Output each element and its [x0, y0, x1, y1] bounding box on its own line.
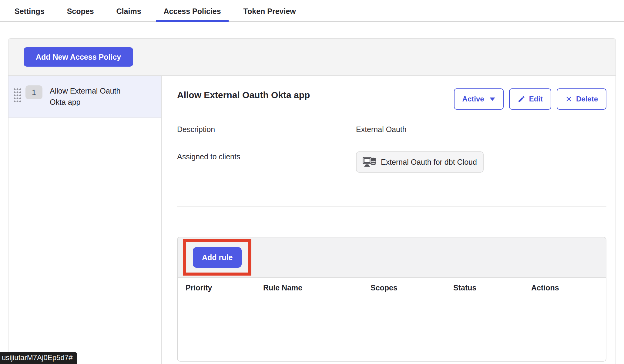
column-header-status: Status: [453, 283, 531, 292]
computer-database-icon: [363, 156, 377, 168]
tab-access-policies[interactable]: Access Policies: [156, 7, 229, 21]
link-status-tooltip: usijiutarM7Aj0Ep5d7#: [0, 352, 77, 364]
assigned-to-clients-label: Assigned to clients: [177, 151, 356, 162]
drag-handle-icon[interactable]: [13, 88, 21, 102]
rules-panel: Add rule Priority Rule Name Scopes Statu…: [177, 237, 606, 362]
active-status-label: Active: [462, 93, 484, 105]
rules-header: Add rule: [178, 237, 606, 278]
policy-list: 1 Allow External Oauth Okta app: [8, 76, 162, 364]
edit-button[interactable]: Edit: [509, 88, 551, 110]
section-divider: [177, 207, 606, 207]
policy-priority-badge: 1: [25, 85, 42, 99]
assigned-client-name: External Oauth for dbt Cloud: [381, 158, 477, 167]
policy-list-item[interactable]: 1 Allow External Oauth Okta app: [8, 76, 161, 118]
pencil-icon: [518, 95, 525, 103]
red-annotation-box: Add rule: [183, 239, 251, 276]
policy-action-buttons: Active Edit: [454, 88, 606, 110]
access-policies-panel: Add New Access Policy 1 Allow External O…: [8, 38, 616, 364]
active-status-button[interactable]: Active: [454, 88, 504, 110]
tab-bar: Settings Scopes Claims Access Policies T…: [0, 0, 624, 22]
tab-scopes[interactable]: Scopes: [59, 7, 102, 21]
assigned-client-chip[interactable]: External Oauth for dbt Cloud: [356, 151, 484, 173]
edit-label: Edit: [529, 93, 543, 105]
tab-claims[interactable]: Claims: [109, 7, 149, 21]
x-icon: [565, 95, 572, 103]
tab-token-preview[interactable]: Token Preview: [236, 7, 304, 21]
chevron-down-icon: [490, 98, 495, 101]
rules-table-header-row: Priority Rule Name Scopes Status Actions: [178, 278, 606, 298]
add-rule-button[interactable]: Add rule: [193, 247, 242, 268]
description-value: External Oauth: [356, 124, 606, 134]
policy-title: Allow External Oauth Okta app: [177, 88, 310, 102]
add-new-access-policy-button[interactable]: Add New Access Policy: [24, 47, 133, 67]
tab-settings[interactable]: Settings: [7, 7, 52, 21]
column-header-scopes: Scopes: [371, 283, 453, 292]
column-header-actions: Actions: [531, 283, 606, 292]
delete-label: Delete: [576, 93, 598, 105]
description-label: Description: [177, 124, 356, 134]
column-header-priority: Priority: [186, 283, 263, 292]
column-header-rule-name: Rule Name: [263, 283, 371, 292]
panel-header: Add New Access Policy: [8, 39, 616, 76]
delete-button[interactable]: Delete: [557, 88, 606, 110]
rules-table-empty-body: [178, 298, 606, 361]
policy-detail: Allow External Oauth Okta app Active Edi…: [162, 76, 616, 364]
policy-name-label: Allow External Oauth Okta app: [50, 85, 132, 108]
